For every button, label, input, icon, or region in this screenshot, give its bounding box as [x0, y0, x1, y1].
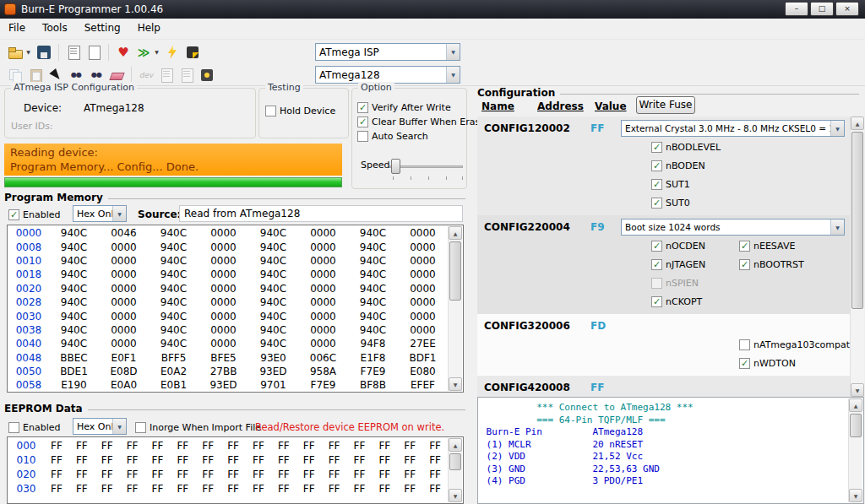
- hex-cell[interactable]: FF: [44, 469, 69, 480]
- hex-cell[interactable]: FF: [220, 469, 246, 480]
- checkbox-natmega103compat[interactable]: nATmega103compat: [739, 338, 850, 352]
- close-button[interactable]: ×: [835, 2, 859, 16]
- hex-cell[interactable]: 0000: [298, 227, 348, 239]
- hex-cell[interactable]: FF: [44, 483, 69, 495]
- row-address[interactable]: 0050: [8, 366, 49, 377]
- scrollbar-thumb[interactable]: [851, 132, 863, 309]
- hex-cell[interactable]: 940C: [348, 227, 398, 239]
- hex-cell[interactable]: 940C: [348, 283, 398, 295]
- hex-cell[interactable]: 0000: [199, 324, 248, 336]
- checkbox-sut0[interactable]: SUT0: [651, 196, 739, 210]
- hex-cell[interactable]: BFE5: [199, 352, 248, 364]
- hex-cell[interactable]: FF: [372, 454, 397, 466]
- hex-cell[interactable]: FF: [220, 454, 246, 466]
- chevron-down-icon[interactable]: ▼: [830, 219, 844, 235]
- hex-cell[interactable]: 940C: [248, 255, 298, 267]
- hex-cell[interactable]: 940C: [149, 268, 199, 280]
- source-field[interactable]: Read from ATmega128: [179, 205, 463, 222]
- checkbox-box[interactable]: [265, 106, 276, 117]
- hex-cell[interactable]: FF: [145, 483, 171, 495]
- device-select[interactable]: ATmega128 ▼: [315, 66, 460, 84]
- hex-cell[interactable]: FF: [120, 469, 145, 480]
- hex-cell[interactable]: FF: [170, 440, 195, 452]
- hex-cell[interactable]: FF: [347, 454, 373, 466]
- row-address[interactable]: 0000: [8, 227, 49, 239]
- checkbox-box[interactable]: [357, 102, 368, 113]
- hex-cell[interactable]: FF: [120, 440, 145, 452]
- erase-device-icon[interactable]: [183, 43, 202, 62]
- hex-cell[interactable]: FF: [397, 454, 422, 466]
- checkbox-box[interactable]: [651, 160, 662, 171]
- hex-cell[interactable]: FF: [296, 469, 322, 480]
- row-address[interactable]: 0048: [8, 352, 49, 364]
- hex-cell[interactable]: 0000: [398, 324, 448, 336]
- hex-cell[interactable]: 0000: [99, 255, 149, 267]
- speed-slider-track[interactable]: [389, 165, 463, 168]
- hex-cell[interactable]: 940C: [348, 268, 398, 280]
- hex-cell[interactable]: 0000: [199, 241, 248, 253]
- hex-cell[interactable]: FF: [322, 483, 347, 495]
- hex-cell[interactable]: 0000: [99, 296, 149, 308]
- chevron-down-icon[interactable]: ▼: [446, 67, 460, 83]
- hex-cell[interactable]: 958A: [298, 366, 348, 377]
- hex-cell[interactable]: 27BB: [199, 366, 248, 377]
- hex-cell[interactable]: FF: [246, 469, 271, 480]
- hex-cell[interactable]: 940C: [149, 296, 199, 308]
- hex-cell[interactable]: FF: [271, 483, 296, 495]
- hex-cell[interactable]: FF: [69, 440, 95, 452]
- report-icon[interactable]: [64, 43, 83, 62]
- hex-cell[interactable]: FF: [220, 483, 246, 495]
- hex-cell[interactable]: 0000: [199, 268, 248, 280]
- hex-cell[interactable]: 0000: [99, 324, 149, 336]
- hex-cell[interactable]: FF: [95, 440, 120, 452]
- hex-cell[interactable]: 940C: [49, 268, 99, 280]
- hex-cell[interactable]: 940C: [248, 324, 298, 336]
- hex-cell[interactable]: FF: [347, 469, 373, 480]
- eeprom-format-select[interactable]: Hex Only ▼: [73, 418, 127, 435]
- hex-cell[interactable]: FF: [246, 440, 271, 452]
- chevron-down-icon[interactable]: ▼: [112, 206, 126, 221]
- hex-cell[interactable]: E0B1: [149, 379, 199, 391]
- open-file-icon[interactable]: [6, 43, 24, 62]
- hex-cell[interactable]: FF: [44, 440, 69, 452]
- hex-cell[interactable]: 940C: [348, 296, 398, 308]
- scroll-down-icon[interactable]: ▼: [449, 377, 462, 391]
- hex-cell[interactable]: 0000: [199, 338, 248, 350]
- checkbox-box[interactable]: [739, 259, 750, 270]
- auto-search-checkbox[interactable]: Auto Search: [357, 129, 428, 144]
- eeprom-scrollbar[interactable]: ▲ ▼: [448, 438, 462, 502]
- program-memory-format-select[interactable]: Hex Only ▼: [73, 205, 127, 222]
- checkbox-box[interactable]: [651, 142, 662, 153]
- hex-cell[interactable]: FF: [170, 469, 195, 480]
- hex-cell[interactable]: E190: [49, 379, 99, 391]
- hex-cell[interactable]: 0000: [199, 283, 248, 295]
- checkbox-box[interactable]: [8, 209, 19, 220]
- console-scrollbar[interactable]: ▲ ▼: [848, 398, 862, 502]
- hex-cell[interactable]: E0A0: [99, 379, 149, 391]
- menu-item-setting[interactable]: Setting: [76, 19, 129, 37]
- scrollbar-thumb[interactable]: [850, 414, 862, 437]
- hex-cell[interactable]: EFEF: [398, 379, 448, 391]
- hex-cell[interactable]: FF: [322, 469, 347, 480]
- hex-cell[interactable]: 940C: [49, 338, 99, 350]
- hex-cell[interactable]: 940C: [248, 227, 298, 239]
- hex-cell[interactable]: FF: [195, 469, 220, 480]
- calibrate-icon[interactable]: [198, 66, 216, 84]
- hex-cell[interactable]: FF: [422, 454, 448, 466]
- checkbox-box[interactable]: [135, 422, 146, 433]
- hex-cell[interactable]: 0000: [298, 311, 348, 322]
- row-address[interactable]: 020: [8, 469, 44, 480]
- clear-buffer-checkbox[interactable]: Clear Buffer When Erase: [357, 115, 486, 129]
- programmer-select[interactable]: ATmega ISP ▼: [315, 43, 460, 61]
- hex-cell[interactable]: 0000: [398, 268, 448, 280]
- row-address[interactable]: 000: [8, 440, 44, 452]
- hex-cell[interactable]: 0000: [99, 268, 149, 280]
- hex-cell[interactable]: FF: [195, 483, 220, 495]
- hex-cell[interactable]: 940C: [348, 255, 398, 267]
- row-address[interactable]: 0010: [8, 255, 49, 267]
- hex-cell[interactable]: 940C: [348, 311, 398, 322]
- hex-cell[interactable]: FF: [296, 454, 322, 466]
- checkbox-nwdton[interactable]: nWDTON: [739, 356, 850, 371]
- hex-cell[interactable]: FF: [145, 454, 171, 466]
- hex-cell[interactable]: 940C: [49, 296, 99, 308]
